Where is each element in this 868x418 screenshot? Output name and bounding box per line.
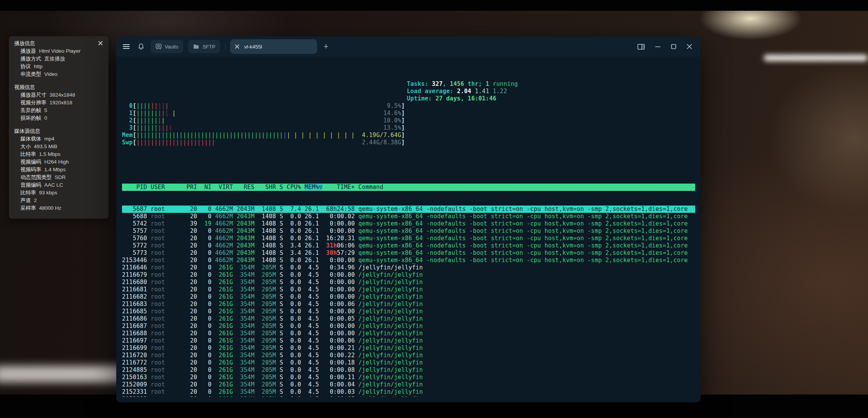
process-row-2150163[interactable]: 2150163 root 20 0 261G 354M 205M S 0.0 4… bbox=[122, 374, 695, 381]
htop-screen: Tasks: 327, 1456 thr; 1 runningLoad aver… bbox=[122, 66, 695, 397]
process-row-2152331[interactable]: 2152331 root 20 0 261G 354M 205M S 0.0 4… bbox=[122, 388, 695, 396]
stat-label: 大小 bbox=[20, 144, 31, 149]
process-row-5688[interactable]: 5688 root 20 0 4662M 2043M 1408 S 0.0 26… bbox=[122, 213, 695, 220]
maximize-button[interactable] bbox=[671, 44, 676, 49]
stat-label: 媒体载体 bbox=[20, 136, 41, 142]
stat-row: 音频编码AAC LC bbox=[14, 181, 105, 189]
process-row-2153446[interactable]: 2153446 root 20 0 4662M 2043M 1408 S 0.0… bbox=[122, 257, 695, 264]
stat-value: 48000 Hz bbox=[39, 205, 62, 211]
stat-label: 播放方式 bbox=[20, 56, 41, 62]
memory-meter: Mem[||||||||||||||||||||||||||||||||||||… bbox=[122, 132, 695, 139]
stat-label: 音频编码 bbox=[20, 182, 41, 188]
process-table: 5687 root 20 0 4662M 2043M 1408 S 7.4 26… bbox=[122, 206, 695, 397]
stat-row: 丢弃的帧5 bbox=[14, 107, 105, 114]
process-row-2116682[interactable]: 2116682 root 20 0 261G 354M 205M S 0.0 4… bbox=[122, 293, 695, 301]
process-row-5757[interactable]: 5757 root 20 0 4662M 2043M 1408 S 0.0 26… bbox=[122, 227, 695, 235]
stat-label: 丢弃的帧 bbox=[20, 107, 41, 113]
stat-row: 声道2 bbox=[14, 197, 105, 204]
htop-summary: Tasks: 327, 1456 thr; 1 runningLoad aver… bbox=[407, 80, 518, 102]
process-row-2116688[interactable]: 2116688 root 20 0 261G 354M 205M S 0.0 4… bbox=[122, 330, 695, 337]
process-row-2124885[interactable]: 2124885 root 20 0 261G 354M 205M S 0.0 4… bbox=[122, 366, 695, 374]
process-table-header[interactable]: PID USER PRI NI VIRT RES SHR S CPU% MEM%… bbox=[122, 184, 695, 191]
stat-label: 比特率 bbox=[20, 151, 36, 157]
stat-label: 损坏的帧 bbox=[20, 115, 41, 121]
process-row-2116681[interactable]: 2116681 root 20 0 261G 354M 205M S 0.0 4… bbox=[122, 286, 695, 293]
process-row-5687[interactable]: 5687 root 20 0 4662M 2043M 1408 S 7.4 26… bbox=[122, 206, 695, 213]
uptime: Uptime: 27 days, 16:01:46 bbox=[407, 95, 518, 102]
playback-stats-body: 播放信息播放器Html Video Player播放方式直接播放协议http串流… bbox=[9, 36, 109, 212]
process-row-5773[interactable]: 5773 root 20 0 4662M 2043M 1408 S 3.4 26… bbox=[122, 249, 695, 257]
process-row-2116697[interactable]: 2116697 root 20 0 261G 354M 205M S 0.0 4… bbox=[122, 337, 695, 344]
sort-column-mem[interactable]: MEM%▽ bbox=[304, 184, 323, 191]
stat-value: 93 kbps bbox=[39, 190, 57, 196]
stat-label: 采样率 bbox=[20, 205, 36, 211]
stat-value: 1920x818 bbox=[50, 100, 72, 105]
process-row-2116646[interactable]: 2116646 root 20 0 261G 354M 205M S 0.0 4… bbox=[122, 264, 695, 271]
minimize-button[interactable] bbox=[655, 44, 661, 49]
stat-label: 播放器尺寸 bbox=[20, 92, 47, 98]
process-row-2116720[interactable]: 2116720 root 20 0 261G 354M 205M S 0.0 4… bbox=[122, 352, 695, 359]
tab-close-icon[interactable] bbox=[235, 44, 239, 49]
process-row-2116699[interactable]: 2116699 root 20 0 261G 354M 205M S 0.0 4… bbox=[122, 344, 695, 352]
stat-label: 视频分辨率 bbox=[20, 100, 47, 105]
tasks-summary: Tasks: 327, 1456 thr; 1 running bbox=[407, 80, 518, 88]
stat-label: 协议 bbox=[20, 64, 31, 69]
process-row-2152332[interactable]: 2152332 root 20 0 261G 354M 205M S 0.0 4… bbox=[122, 396, 695, 397]
process-row-2116687[interactable]: 2116687 root 20 0 261G 354M 205M S 0.0 4… bbox=[122, 323, 695, 330]
notifications-bell-icon[interactable] bbox=[138, 43, 144, 50]
stat-value: 0 bbox=[44, 115, 47, 121]
process-row-5760[interactable]: 5760 root 20 0 4662M 2043M 1408 S 0.0 26… bbox=[122, 235, 695, 242]
stat-row: 协议http bbox=[14, 63, 105, 70]
stat-value: Video bbox=[44, 71, 57, 77]
stat-row: 播放方式直接播放 bbox=[14, 55, 105, 63]
divider bbox=[225, 43, 226, 50]
stat-row: 大小493.5 MiB bbox=[14, 143, 105, 150]
process-row-2116683[interactable]: 2116683 root 20 0 261G 354M 205M S 0.0 4… bbox=[122, 301, 695, 308]
process-row-2116680[interactable]: 2116680 root 20 0 261G 354M 205M S 0.0 4… bbox=[122, 279, 695, 286]
process-row-5742[interactable]: 5742 root 39 19 4662M 2043M 1408 S 0.0 2… bbox=[122, 220, 695, 227]
stat-label: 声道 bbox=[20, 197, 31, 203]
cpu-meter-0: 0[||||||||| 9.5%] bbox=[122, 102, 695, 110]
letterbox-bar bbox=[0, 0, 868, 11]
stat-row: 比特率93 kbps bbox=[14, 189, 105, 197]
vaults-label: Vaults bbox=[165, 44, 178, 50]
stat-value: AAC LC bbox=[44, 182, 63, 188]
process-row-2116772[interactable]: 2116772 root 20 0 261G 354M 205M S 0.0 4… bbox=[122, 359, 695, 366]
stat-row: 比特率1.5 Mbps bbox=[14, 150, 105, 158]
process-row-2152009[interactable]: 2152009 root 20 0 261G 354M 205M S 0.0 4… bbox=[122, 381, 695, 388]
stat-value: H264 High bbox=[44, 159, 69, 165]
stat-value: 5 bbox=[44, 107, 47, 113]
light-streak bbox=[0, 366, 125, 383]
tab-label: vl-k455l bbox=[244, 44, 262, 50]
stat-value: 1.4 Mbps bbox=[44, 167, 66, 172]
process-row-5772[interactable]: 5772 root 20 0 4662M 2043M 1408 S 3.4 26… bbox=[122, 242, 695, 249]
sidebar-toggle-icon[interactable] bbox=[637, 44, 645, 50]
new-tab-button[interactable]: + bbox=[323, 43, 328, 50]
light-streak bbox=[764, 55, 868, 61]
process-row-2116685[interactable]: 2116685 root 20 0 261G 354M 205M S 0.0 4… bbox=[122, 308, 695, 315]
stat-row: 动态范围类型SDR bbox=[14, 174, 105, 181]
stat-row: 媒体载体mp4 bbox=[14, 135, 105, 143]
terminal-window: Vaults SFTP vl-k455l + bbox=[116, 37, 701, 402]
stat-row: 播放器Html Video Player bbox=[14, 47, 105, 55]
overlay-section-title: 媒体源信息 bbox=[14, 127, 105, 135]
cpu-meter-2: 2[|||||||| 10.0%] bbox=[122, 117, 695, 124]
htop-meters: Tasks: 327, 1456 thr; 1 runningLoad aver… bbox=[122, 80, 695, 146]
stat-label: 视频编码 bbox=[20, 159, 41, 165]
process-row-2116686[interactable]: 2116686 root 20 0 261G 354M 205M S 0.0 4… bbox=[122, 315, 695, 323]
process-row-2116679[interactable]: 2116679 root 20 0 261G 354M 205M S 0.0 4… bbox=[122, 271, 695, 279]
vaults-button[interactable]: Vaults bbox=[151, 40, 183, 53]
window-close-button[interactable] bbox=[687, 44, 692, 49]
stat-value: http bbox=[34, 64, 43, 69]
tab-vl-k455l[interactable]: vl-k455l bbox=[230, 39, 317, 54]
swap-meter: Swp[|||||||||||||||||||||| 2.44G/8.38G] bbox=[122, 139, 695, 146]
stat-value: mp4 bbox=[44, 136, 54, 142]
menu-icon[interactable] bbox=[122, 43, 130, 50]
close-icon[interactable]: ✕ bbox=[96, 39, 105, 48]
stat-row: 视频编码H264 High bbox=[14, 158, 105, 166]
playback-stats-panel: ✕ 播放信息播放器Html Video Player播放方式直接播放协议http… bbox=[9, 36, 109, 219]
stat-row: 视频码率1.4 Mbps bbox=[14, 166, 105, 174]
overlay-section-title: 视频信息 bbox=[14, 84, 105, 91]
vault-icon bbox=[156, 43, 162, 50]
sftp-button[interactable]: SFTP bbox=[188, 40, 220, 53]
